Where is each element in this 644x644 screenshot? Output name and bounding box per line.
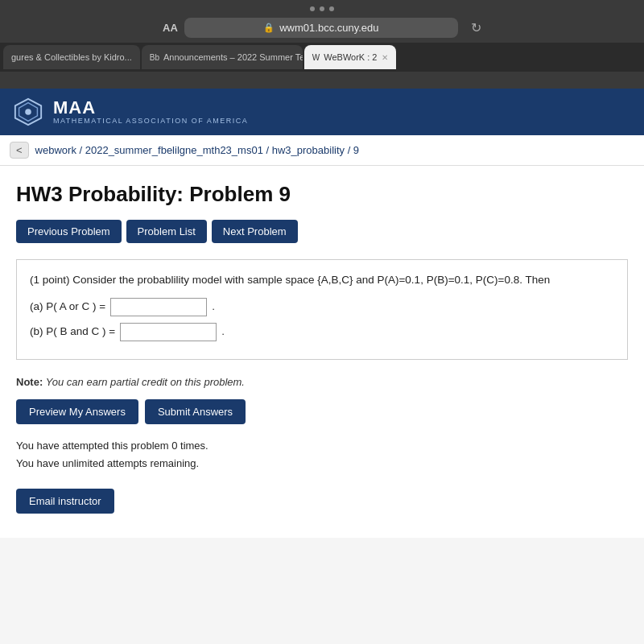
tab-webwork[interactable]: W WeBWorK : 2 ✕ <box>304 45 397 69</box>
next-problem-button[interactable]: Next Problem <box>212 220 298 243</box>
problem-box: (1 point) Consider the probablility mode… <box>16 259 628 360</box>
maa-subtitle: Mathematical Association of America <box>53 117 248 125</box>
window-controls <box>0 0 644 14</box>
tab-announcements[interactable]: Bb Announcements – 2022 Summer Term (4W1… <box>142 45 303 69</box>
action-buttons: Preview My Answers Submit Answers <box>16 399 628 424</box>
maa-header: MAA Mathematical Association of America <box>0 89 644 135</box>
browser-chrome: AA 🔒 wwm01.bcc.cuny.edu ↻ gures & Collec… <box>0 0 644 89</box>
problem-list-button[interactable]: Problem List <box>126 220 207 243</box>
part-b-label: (b) P( B and C ) = <box>30 323 115 341</box>
maa-title: MAA <box>53 99 248 117</box>
dot-icon <box>310 6 315 11</box>
tab-favicon: Bb <box>150 53 159 62</box>
previous-problem-button[interactable]: Previous Problem <box>16 220 122 243</box>
period-a: . <box>212 298 215 316</box>
lock-icon: 🔒 <box>263 23 275 33</box>
tab-label: gures & Collectibles by Kidro... <box>11 52 132 62</box>
nav-buttons: Previous Problem Problem List Next Probl… <box>16 220 628 243</box>
part-b-input[interactable] <box>120 323 217 341</box>
tab-label: WeBWorK : 2 <box>324 52 377 62</box>
note-label: Note: <box>16 376 43 388</box>
dot-icon <box>320 6 324 11</box>
tab-label: Announcements – 2022 Summer Term (4W1) P… <box>163 52 303 62</box>
problem-part-a: (a) P( A or C ) = . <box>30 298 614 316</box>
dot-icon <box>329 6 334 11</box>
note-content: You can earn partial credit on this prob… <box>46 376 245 388</box>
page-title: HW3 Probability: Problem 9 <box>16 182 628 207</box>
note-text: Note: You can earn partial credit on thi… <box>16 376 628 388</box>
attempt-line-1: You have attempted this problem 0 times. <box>16 437 628 455</box>
svg-point-2 <box>25 109 31 115</box>
browser-tabs: gures & Collectibles by Kidro... Bb Anno… <box>0 43 644 72</box>
attempt-line-2: You have unlimited attempts remaining. <box>16 455 628 473</box>
page-content: MAA Mathematical Association of America … <box>0 89 644 644</box>
problem-statement: (1 point) Consider the probablility mode… <box>30 271 614 290</box>
tab-figurines[interactable]: gures & Collectibles by Kidro... <box>3 45 140 69</box>
problem-part-b: (b) P( B and C ) = . <box>30 323 614 341</box>
part-a-label: (a) P( A or C ) = <box>30 298 105 316</box>
email-instructor-button[interactable]: Email instructor <box>16 489 114 514</box>
breadcrumb: webwork / 2022_summer_fbelilgne_mth23_ms… <box>35 144 360 156</box>
attempt-info: You have attempted this problem 0 times.… <box>16 437 628 473</box>
reload-icon[interactable]: ↻ <box>471 20 481 35</box>
close-icon[interactable]: ✕ <box>382 53 388 62</box>
submit-answers-button[interactable]: Submit Answers <box>145 399 246 424</box>
tab-favicon: W <box>312 53 320 62</box>
aa-label[interactable]: AA <box>163 22 178 34</box>
maa-title-block: MAA Mathematical Association of America <box>53 99 248 125</box>
url-text: wwm01.bcc.cuny.edu <box>279 22 378 34</box>
back-button[interactable]: < <box>10 142 29 159</box>
main-content: HW3 Probability: Problem 9 Previous Prob… <box>0 166 644 538</box>
address-bar[interactable]: 🔒 wwm01.bcc.cuny.edu <box>184 18 458 38</box>
address-bar-row: AA 🔒 wwm01.bcc.cuny.edu ↻ <box>0 14 644 43</box>
part-a-input[interactable] <box>110 298 207 316</box>
preview-answers-button[interactable]: Preview My Answers <box>16 399 138 424</box>
breadcrumb-bar: < webwork / 2022_summer_fbelilgne_mth23_… <box>0 135 644 166</box>
maa-logo-icon <box>13 97 43 127</box>
period-b: . <box>221 323 225 341</box>
